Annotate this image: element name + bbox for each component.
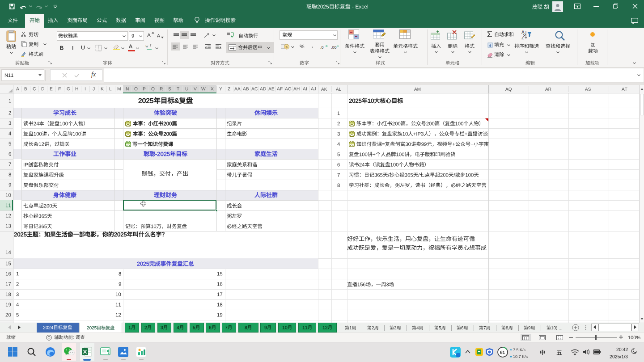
svg-text:w: w xyxy=(145,44,148,48)
svg-text:.0: .0 xyxy=(320,45,324,50)
svg-text:A: A xyxy=(521,30,525,35)
svg-text:Z: Z xyxy=(521,35,524,40)
svg-text:$: $ xyxy=(286,45,288,49)
svg-text:.00: .00 xyxy=(331,45,337,50)
